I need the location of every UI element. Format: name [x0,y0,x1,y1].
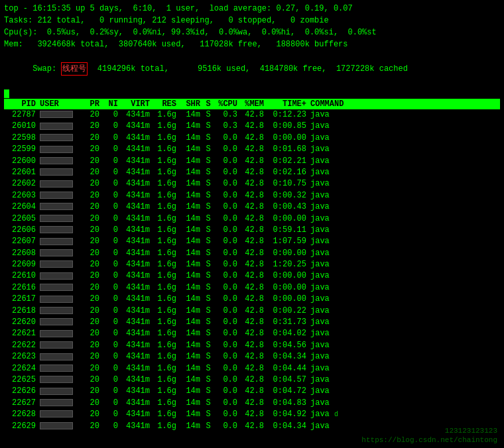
time-cell: 0:04.72 [267,386,309,397]
swap-redtext: 线程号 [61,62,88,76]
header-line-2: Tasks: 212 total, 0 running, 212 sleepin… [4,15,500,27]
s-cell: S [203,236,214,247]
s-cell: S [203,225,214,236]
time-cell: 0:04.34 [267,421,309,432]
cmd-cell: java [309,328,500,339]
s-cell: S [203,201,214,213]
cpu-cell: 0.0 [214,259,240,270]
cpu-cell: 0.0 [214,306,240,317]
ni-cell: 0 [102,306,121,317]
shr-cell: 14m [179,294,203,305]
shr-cell: 14m [179,156,203,167]
user-cell [38,294,84,305]
pr-cell: 20 [84,213,102,225]
shr-cell: 14m [179,178,203,190]
cursor [4,89,9,98]
shr-cell: 14m [179,236,203,247]
mem-cell: 42.8 [240,282,267,294]
s-cell: S [203,306,214,317]
pid-cell: 22609 [4,259,38,270]
res-cell: 1.6g [153,190,179,201]
table-header: PID USER PR NI VIRT RES SHR S %CPU %MEM … [4,99,500,109]
cmd-cell: java [309,386,500,397]
cmd-cell: java [309,351,500,363]
pr-cell: 20 [84,236,102,247]
pid-cell: 22600 [4,156,38,167]
ni-cell: 0 [102,398,121,409]
virt-cell: 4341m [121,351,153,363]
user-cell [38,409,84,420]
virt-cell: 4341m [121,409,153,420]
cpu-cell: 0.0 [214,156,240,167]
col-header-pid: PID [4,99,38,109]
col-header-pr: PR [84,99,102,109]
cmd-cell: java [309,294,500,305]
virt-cell: 4341m [121,306,153,317]
col-header-s: S [203,99,214,109]
user-cell [38,190,84,201]
user-cell [38,328,84,339]
user-cell [38,259,84,270]
virt-cell: 4341m [121,282,153,294]
mem-cell: 42.8 [240,421,267,432]
col-header-mem: %MEM [240,99,267,109]
virt-cell: 4341m [121,317,153,328]
mem-cell: 42.8 [240,109,267,121]
s-cell: S [203,328,214,339]
header-line-1: top - 16:15:35 up 5 days, 6:10, 1 user, … [4,3,500,15]
pr-cell: 20 [84,363,102,374]
cpu-cell: 0.0 [214,270,240,282]
res-cell: 1.6g [153,248,179,259]
swap-label: Swap: [32,64,61,74]
user-cell [38,167,84,178]
mem-cell: 42.8 [240,144,267,155]
pid-cell: 22626 [4,386,38,397]
pid-cell: 22623 [4,351,38,363]
cpu-cell: 0.0 [214,328,240,339]
user-cell [38,121,84,132]
pr-cell: 20 [84,398,102,409]
virt-cell: 4341m [121,109,153,121]
pid-cell: 22616 [4,282,38,294]
pid-cell: 22787 [4,109,38,121]
time-cell: 0:00.85 [267,121,309,132]
s-cell: S [203,178,214,190]
mem-cell: 42.8 [240,213,267,225]
time-cell: 0:31.73 [267,317,309,328]
shr-cell: 14m [179,190,203,201]
ni-cell: 0 [102,294,121,305]
mem-cell: 42.8 [240,398,267,409]
col-header-cpu: %CPU [214,99,240,109]
cmd-cell: java [309,306,500,317]
shr-cell: 14m [179,282,203,294]
ni-cell: 0 [102,225,121,236]
mem-cell: 42.8 [240,167,267,178]
s-cell: S [203,398,214,409]
s-cell: S [203,317,214,328]
pr-cell: 20 [84,178,102,190]
res-cell: 1.6g [153,386,179,397]
pr-cell: 20 [84,409,102,420]
cmd-cell: java [309,213,500,225]
cpu-cell: 0.0 [214,144,240,155]
virt-cell: 4341m [121,340,153,351]
cpu-cell: 0.0 [214,374,240,386]
table-row: 226012004341m1.6g14mS0.042.80:02.16java [4,167,500,178]
s-cell: S [203,156,214,167]
virt-cell: 4341m [121,190,153,201]
res-cell: 1.6g [153,133,179,144]
ni-cell: 0 [102,282,121,294]
cmd-cell: java [309,167,500,178]
cmd-cell: java [309,398,500,409]
cmd-cell: java d [309,409,500,420]
pid-cell: 22599 [4,144,38,155]
ni-cell: 0 [102,259,121,270]
mem-cell: 42.8 [240,374,267,386]
shr-cell: 14m [179,144,203,155]
table-row: 226272004341m1.6g14mS0.042.80:04.83java [4,398,500,409]
time-cell: 0:00.22 [267,306,309,317]
s-cell: S [203,248,214,259]
cmd-cell: java [309,225,500,236]
table-row: 226172004341m1.6g14mS0.042.80:00.00java [4,294,500,305]
table-row: 226002004341m1.6g14mS0.042.80:02.21java [4,156,500,167]
